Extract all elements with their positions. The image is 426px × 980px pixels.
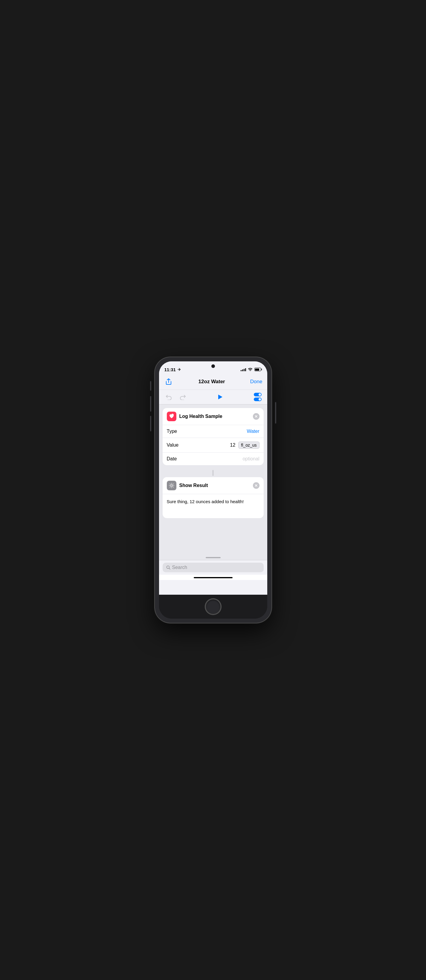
search-area: Search xyxy=(159,560,267,575)
screen-content: 11:31 xyxy=(159,361,267,595)
silent-button[interactable] xyxy=(150,381,151,391)
search-placeholder: Search xyxy=(172,565,187,570)
result-text: Sure thing, 12 ounces added to health! xyxy=(163,494,264,518)
bottom-pill xyxy=(206,557,221,558)
phone-device: 11:31 xyxy=(155,357,271,623)
home-indicator xyxy=(194,577,233,578)
phone-screen: 11:31 xyxy=(159,361,267,619)
share-button[interactable] xyxy=(164,377,173,387)
date-row[interactable]: Date optional xyxy=(163,453,264,465)
redo-button[interactable] xyxy=(178,392,188,402)
toolbar-left-actions xyxy=(164,392,188,402)
undo-icon xyxy=(165,394,172,400)
divider-pill xyxy=(212,470,214,476)
card-header-left-result: Show Result xyxy=(167,481,208,490)
signal-bar-2 xyxy=(242,369,243,371)
signal-bar-3 xyxy=(244,369,244,371)
divider-handle xyxy=(163,469,264,477)
heart-icon xyxy=(169,414,174,419)
toolbar xyxy=(159,390,267,404)
value-label: Value xyxy=(167,442,179,448)
card-title-show-result: Show Result xyxy=(179,483,208,488)
home-button-area xyxy=(159,595,267,619)
value-row-right: 12 fl_oz_us xyxy=(230,442,260,449)
bottom-handle-area xyxy=(159,554,267,560)
card-header-log-health: Log Health Sample ✕ xyxy=(163,408,264,425)
run-button[interactable] xyxy=(215,392,225,402)
done-button[interactable]: Done xyxy=(250,379,263,385)
value-row[interactable]: Value 12 fl_oz_us xyxy=(163,438,264,453)
type-label: Type xyxy=(167,429,177,434)
card-header-left: Log Health Sample xyxy=(167,412,222,421)
home-button[interactable] xyxy=(205,599,221,614)
date-optional: optional xyxy=(242,456,259,461)
card-title-log-health: Log Health Sample xyxy=(179,414,222,419)
date-label: Date xyxy=(167,456,177,461)
signal-strength-icon xyxy=(241,368,246,371)
front-camera xyxy=(211,364,215,368)
svg-point-0 xyxy=(171,485,173,487)
signal-bar-4 xyxy=(245,368,246,371)
settings-icon xyxy=(167,481,176,490)
card-close-button[interactable]: ✕ xyxy=(253,413,260,420)
play-icon xyxy=(218,394,223,400)
power-button[interactable] xyxy=(275,402,276,423)
unit-badge[interactable]: fl_oz_us xyxy=(238,442,259,449)
health-icon xyxy=(167,412,176,421)
status-time: 11:31 xyxy=(165,367,181,372)
home-indicator-area xyxy=(159,575,267,580)
wifi-icon xyxy=(248,368,253,372)
search-bar[interactable]: Search xyxy=(163,563,264,572)
signal-bar-1 xyxy=(241,370,242,371)
volume-up-button[interactable] xyxy=(150,396,151,412)
navigation-bar: 12oz Water Done xyxy=(159,374,267,390)
battery-icon xyxy=(254,368,262,371)
toggle-icon xyxy=(254,393,261,401)
undo-button[interactable] xyxy=(164,392,173,402)
gear-icon xyxy=(169,483,174,488)
variables-toggle-button[interactable] xyxy=(253,392,263,402)
search-icon xyxy=(166,565,170,570)
page-title: 12oz Water xyxy=(198,379,225,385)
status-indicators xyxy=(241,368,262,372)
volume-down-button[interactable] xyxy=(150,416,151,431)
status-bar: 11:31 xyxy=(159,361,267,374)
share-icon xyxy=(166,379,172,385)
value-number: 12 xyxy=(230,442,236,448)
location-icon xyxy=(177,368,181,371)
type-row[interactable]: Type Water xyxy=(163,425,264,438)
redo-icon xyxy=(180,394,186,400)
show-result-card: Show Result ✕ Sure thing, 12 ounces adde… xyxy=(163,477,264,518)
workflow-canvas[interactable]: Log Health Sample ✕ Type Water Value 12 xyxy=(159,404,267,554)
type-value[interactable]: Water xyxy=(247,429,259,434)
card-header-show-result: Show Result ✕ xyxy=(163,477,264,494)
result-card-close-button[interactable]: ✕ xyxy=(253,482,260,489)
log-health-sample-card: Log Health Sample ✕ Type Water Value 12 xyxy=(163,408,264,465)
